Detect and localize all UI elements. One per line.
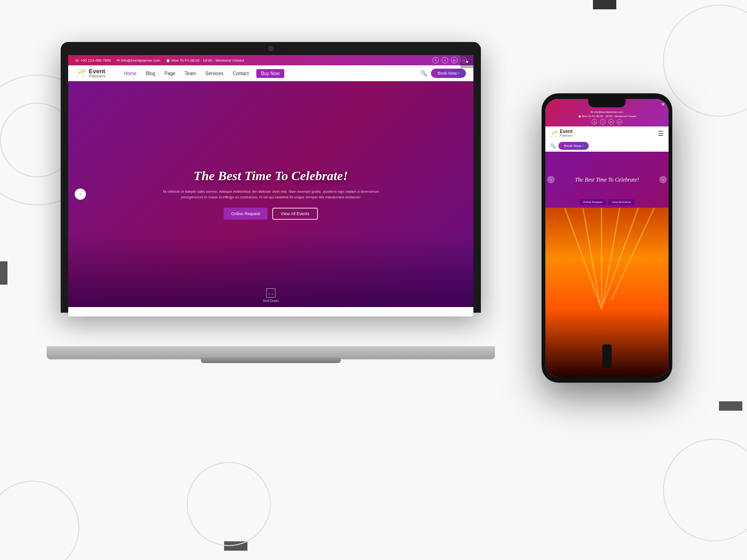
scroll-down-box: ⌄⌄ xyxy=(266,288,275,298)
laptop-camera xyxy=(268,46,274,51)
phone-twitter-icon[interactable]: 𝕏 xyxy=(592,119,597,125)
phone-facebook-icon[interactable]: f xyxy=(600,119,606,125)
phone-next-arrow[interactable]: › xyxy=(659,176,667,183)
nav-services[interactable]: Services xyxy=(204,70,225,77)
scroll-down-label: Sroll Down xyxy=(263,299,279,302)
bg-rect-left xyxy=(0,261,7,285)
topbar-left: ☏ +00 123-456-7890 ✉ info@eventplanner.c… xyxy=(75,58,244,63)
logo-icon: 🥂 xyxy=(76,68,86,78)
phone-clock-icon: ⏰ xyxy=(578,115,581,118)
phone-online-request-button[interactable]: Online Request xyxy=(579,199,606,205)
phone-view-events-button[interactable]: View All Events xyxy=(608,199,634,205)
linkedin-icon[interactable]: in xyxy=(451,57,458,63)
bg-rect-mid-right xyxy=(719,401,742,411)
phone-search-icon[interactable]: 🔍 xyxy=(550,143,556,148)
bg-rect-top xyxy=(593,0,616,9)
phone-icon: ☏ xyxy=(75,58,79,63)
twitter-icon[interactable]: 𝕏 xyxy=(432,57,439,63)
phone-navbar: 🥂 Event Planners ☰ xyxy=(545,126,669,140)
stage-light-4 xyxy=(602,208,621,308)
nav-buynow[interactable]: Buy Now xyxy=(256,69,284,78)
phone-email-info: ✉ info@eventplanner.com xyxy=(550,110,664,113)
phone-hero-section: The Best Time To Celebrate! Online Reque… xyxy=(545,152,669,208)
phone-info: ☏ +00 123-456-7890 xyxy=(75,58,111,63)
phone-linkedin-icon[interactable]: in xyxy=(608,119,614,125)
online-request-button[interactable]: Online Request xyxy=(224,208,268,220)
laptop-mockup: ☏ +00 123-456-7890 ✉ info@eventplanner.c… xyxy=(61,42,481,359)
hero-buttons: Online Request View All Events xyxy=(154,208,388,220)
scroll-down-indicator[interactable]: ⌄⌄ Sroll Down xyxy=(263,288,279,302)
stage-light-1 xyxy=(564,208,600,303)
website-topbar: ☏ +00 123-456-7890 ✉ info@eventplanner.c… xyxy=(68,55,473,65)
circle-decoration-mid-bottom xyxy=(187,462,271,546)
nav-page[interactable]: Page xyxy=(162,70,177,77)
phone-body: ✉ info@eventplanner.com ⏰ Mon To Fri 08:… xyxy=(542,93,672,383)
stage-light-3 xyxy=(601,208,602,309)
phone-hours-info: ⏰ Mon To Fri 08:00 - 18:00 - Weekend Clo… xyxy=(550,114,664,118)
phone-prev-arrow[interactable]: ‹ xyxy=(547,176,555,183)
hours-info: ⏰ Mon To Fri 08:00 - 18:00 - Weekend Clo… xyxy=(166,58,244,63)
phone-hero-title: The Best Time To Celebrate! xyxy=(568,176,647,183)
phone-book-now-button[interactable]: Book Now › xyxy=(558,142,589,150)
hero-prev-arrow[interactable]: ‹ xyxy=(75,189,86,200)
circle-decoration-right-bottom xyxy=(663,439,747,541)
hero-content: The Best Time To Celebrate! Te obtinuit … xyxy=(145,159,397,229)
phone-screen: ✉ info@eventplanner.com ⏰ Mon To Fri 08:… xyxy=(545,99,669,377)
stage-light-5 xyxy=(603,208,639,303)
email-info: ✉ info@eventplanner.com xyxy=(117,58,160,63)
nav-links: Home Blog Page Team Services Contact Buy… xyxy=(122,69,284,78)
logo-text: Event Planners xyxy=(89,68,106,78)
email-icon: ✉ xyxy=(117,58,120,63)
hero-section: The Best Time To Celebrate! Te obtinuit … xyxy=(68,81,473,307)
phone-email-icon: ✉ xyxy=(591,111,593,113)
concert-stage-graphic xyxy=(545,208,669,377)
hero-body-text: Te obtinuit ut adepto satis somno. Aliis… xyxy=(154,189,388,200)
book-now-button[interactable]: Book Now › xyxy=(431,69,466,78)
nav-blog[interactable]: Blog xyxy=(144,70,157,77)
nav-right: 🔍 Book Now › xyxy=(420,69,466,78)
phone-notch xyxy=(588,98,626,107)
performer-silhouette xyxy=(602,344,612,368)
hamburger-menu-button[interactable]: ☰ xyxy=(658,130,664,137)
clock-icon: ⏰ xyxy=(166,58,170,63)
circle-decoration-right-top xyxy=(663,5,747,117)
dropdown-toggle-button[interactable]: ▾ xyxy=(460,55,473,68)
stage-lights xyxy=(545,208,669,309)
phone-hero-buttons: Online Request View All Events xyxy=(545,199,669,205)
nav-team[interactable]: Team xyxy=(183,70,198,77)
phone-concert-image xyxy=(545,208,669,377)
phone-logo-text: Event Planners xyxy=(560,129,573,137)
website-navbar: 🥂 Event Planners Home Blog Page Team Ser… xyxy=(68,65,473,81)
nav-home[interactable]: Home xyxy=(122,70,139,77)
hero-title: The Best Time To Celebrate! xyxy=(154,168,388,183)
phone-logo: 🥂 Event Planners xyxy=(550,129,573,137)
phone-social-icons: 𝕏 f in G xyxy=(550,119,664,125)
logo-area: 🥂 Event Planners xyxy=(76,68,106,78)
view-all-events-button[interactable]: View All Events xyxy=(272,208,317,220)
phone-search-bar: 🔍 Book Now › xyxy=(545,140,669,152)
laptop-screen: ☏ +00 123-456-7890 ✉ info@eventplanner.c… xyxy=(68,55,473,316)
laptop-body: ☏ +00 123-456-7890 ✉ info@eventplanner.c… xyxy=(61,42,481,313)
website-content: ☏ +00 123-456-7890 ✉ info@eventplanner.c… xyxy=(68,55,473,307)
circle-decoration-bottom-left xyxy=(0,481,79,560)
laptop-base xyxy=(47,346,495,359)
bg-rect-bottom-left xyxy=(224,541,247,551)
phone-close-button[interactable]: ✕ xyxy=(661,102,665,107)
phone-mockup: ✉ info@eventplanner.com ⏰ Mon To Fri 08:… xyxy=(542,93,672,383)
nav-contact[interactable]: Contact xyxy=(231,70,250,77)
search-icon[interactable]: 🔍 xyxy=(420,70,427,77)
phone-logo-icon: 🥂 xyxy=(550,130,558,137)
facebook-icon[interactable]: f xyxy=(442,57,448,63)
phone-googleplus-icon[interactable]: G xyxy=(617,119,622,125)
stage-light-2 xyxy=(582,208,601,308)
laptop-foot xyxy=(201,357,341,363)
